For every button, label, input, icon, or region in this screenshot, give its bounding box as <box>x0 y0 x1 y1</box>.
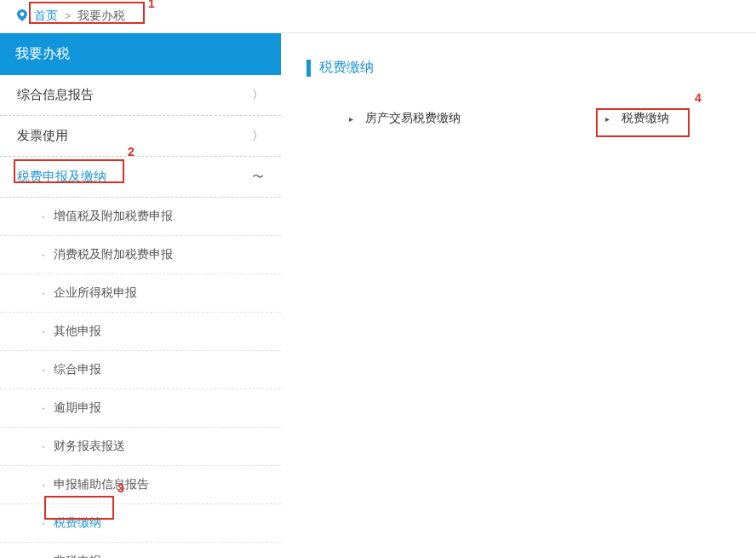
link-realestate-tax-payment[interactable]: ▸ 房产交易税费缴纳 <box>349 111 461 126</box>
sub-item-vat[interactable]: 增值税及附加税费申报 <box>0 198 281 236</box>
chevron-right-icon: 〉 <box>252 129 264 144</box>
breadcrumb-current: 我要办税 <box>77 9 125 24</box>
link-tax-payment[interactable]: ▸ 税费缴纳 <box>605 111 669 126</box>
chevron-right-icon: 〉 <box>252 88 264 103</box>
annotation-label-4: 4 <box>695 91 702 105</box>
sidebar-item-label: 发票使用 <box>17 128 68 144</box>
sub-item-financial-report[interactable]: 财务报表报送 <box>0 428 281 466</box>
sub-item-consumption-tax[interactable]: 消费税及附加税费申报 <box>0 236 281 274</box>
sub-item-declare-assist[interactable]: 申报辅助信息报告 <box>0 466 281 504</box>
arrow-icon: ▸ <box>349 114 353 124</box>
section-title: 税费缴纳 <box>306 59 730 77</box>
annotation-label-1: 1 <box>148 0 155 10</box>
annotation-label-3: 3 <box>117 481 124 495</box>
sidebar-item-tax-declare[interactable]: 税费申报及缴纳 〜 <box>0 157 281 198</box>
sub-item-combined-declare[interactable]: 综合申报 <box>0 351 281 389</box>
sub-item-tax-payment[interactable]: 税费缴纳 <box>0 504 281 543</box>
breadcrumb-separator: > <box>65 10 71 22</box>
link-label: 税费缴纳 <box>621 111 669 126</box>
section-title-text: 税费缴纳 <box>319 59 374 77</box>
link-label: 房产交易税费缴纳 <box>365 111 461 126</box>
chevron-down-icon: 〜 <box>252 170 264 185</box>
sidebar-header: 我要办税 <box>0 33 281 75</box>
sidebar-item-label: 税费申报及缴纳 <box>17 169 106 185</box>
location-icon <box>17 9 27 24</box>
annotation-label-2: 2 <box>128 145 135 158</box>
breadcrumb-home[interactable]: 首页 <box>34 9 58 24</box>
breadcrumb: 首页 > 我要办税 1 <box>0 0 756 33</box>
sub-item-corporate-tax[interactable]: 企业所得税申报 <box>0 274 281 313</box>
sub-item-overdue-declare[interactable]: 逾期申报 <box>0 389 281 428</box>
sidebar-item-invoice[interactable]: 发票使用 〉 <box>0 116 281 157</box>
sidebar: 我要办税 综合信息报告 〉 发票使用 〉 税费申报及缴纳 〜 增值税及附加税费申… <box>0 33 281 558</box>
arrow-icon: ▸ <box>605 114 610 124</box>
sub-item-nontax-declare[interactable]: 非税申报 <box>0 543 281 558</box>
section-bar-icon <box>306 60 311 77</box>
main-content: 税费缴纳 ▸ 房产交易税费缴纳 ▸ 税费缴纳 4 <box>281 33 756 558</box>
sidebar-item-info-report[interactable]: 综合信息报告 〉 <box>0 75 281 116</box>
sidebar-item-label: 综合信息报告 <box>17 87 94 103</box>
sub-item-other-declare[interactable]: 其他申报 <box>0 313 281 351</box>
